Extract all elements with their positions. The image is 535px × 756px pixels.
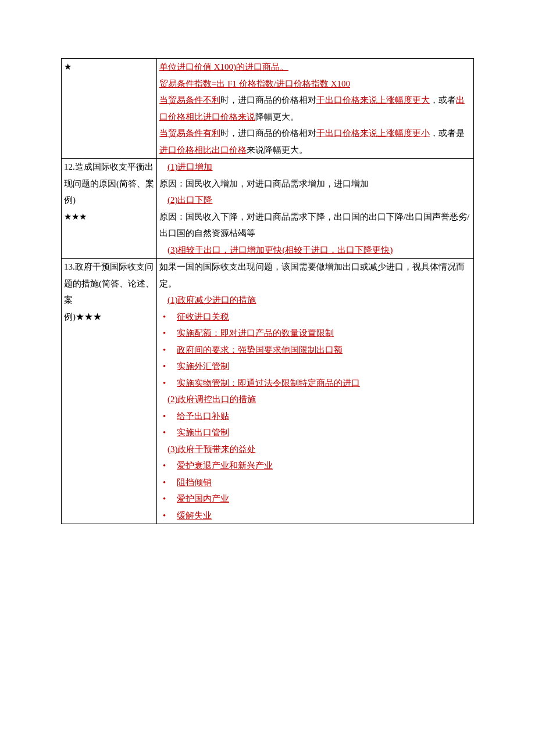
text-line: 当贸易条件有利时，进口商品的价格相对于出口价格来说上涨幅度更小，或者是进口价格相… <box>159 125 471 158</box>
bullet-list: 给予出口补贴 实施出口管制 <box>159 408 471 441</box>
star-rating: ★★★ <box>64 212 87 221</box>
section-heading: (2)政府调控出口的措施 <box>159 391 471 408</box>
list-item: 实施配额：即对进口产品的数量设置限制 <box>159 325 471 342</box>
text-line: 贸易条件指数=出 F1 价格指数/进口价格指数 X100 <box>159 76 471 92</box>
star-rating: ★★★ <box>76 312 102 321</box>
list-item: 给予出口补贴 <box>159 408 471 425</box>
section-heading: (3)相较于出口，进口增加更快(相较于进口，出口下降更快) <box>159 242 471 259</box>
study-notes-table: ★ 单位进口价值 X100)的进口商品。 贸易条件指数=出 F1 价格指数/进口… <box>61 58 474 524</box>
bullet-list: 爱护衰退产业和新兴产业 阻挡倾销 爱护国内产业 缓解失业 <box>159 457 471 524</box>
list-item: 爱护衰退产业和新兴产业 <box>159 457 471 474</box>
row-content-cell: 单位进口价值 X100)的进口商品。 贸易条件指数=出 F1 价格指数/进口价格… <box>157 59 474 159</box>
table-row: ★ 单位进口价值 X100)的进口商品。 贸易条件指数=出 F1 价格指数/进口… <box>62 59 474 159</box>
star-rating: ★ <box>64 62 72 71</box>
text-line: 原因：国民收入增加，对进口商品需求增加，进口增加 <box>159 175 471 192</box>
topic-title-cont: 例) <box>64 312 76 321</box>
section-heading: (2)出口下降 <box>159 192 471 209</box>
text-line: 当贸易条件不利时，进口商品的价格相对于出口价格来说上涨幅度更大，或者出口价格相比… <box>159 92 471 125</box>
row-content-cell: (1)进口增加 原因：国民收入增加，对进口商品需求增加，进口增加 (2)出口下降… <box>157 159 474 259</box>
section-heading: (1)政府减少进口的措施 <box>159 292 471 309</box>
intro-text: 如果一国的国际收支出现问题，该国需要做增加出口或减少进口，视具体情况而定。 <box>159 259 471 292</box>
section-heading: (3)政府干预带来的益处 <box>159 441 471 458</box>
table-row: 12.造成国际收支平衡出现问题的原因(简答、案例) ★★★ (1)进口增加 原因… <box>62 159 474 259</box>
row-topic-cell: 13.政府干预国际收支问题的措施(简答、论述、案 例)★★★ <box>62 259 157 524</box>
section-heading: (1)进口增加 <box>159 159 471 175</box>
table-row: 13.政府干预国际收支问题的措施(简答、论述、案 例)★★★ 如果一国的国际收支… <box>62 259 474 524</box>
list-item: 爱护国内产业 <box>159 490 471 507</box>
list-item: 实施出口管制 <box>159 424 471 441</box>
bullet-list: 征收进口关税 实施配额：即对进口产品的数量设置限制 政府间的要求：强势国要求他国… <box>159 309 471 392</box>
list-item: 政府间的要求：强势国要求他国限制出口额 <box>159 342 471 359</box>
list-item: 阻挡倾销 <box>159 474 471 491</box>
text-line: 单位进口价值 X100)的进口商品。 <box>159 59 471 76</box>
text-line: 原因：国民收入下降，对进口商品需求下降，出口国的出口下降/出口国声誉恶劣/出口国… <box>159 209 471 242</box>
row-topic-cell: ★ <box>62 59 157 159</box>
row-content-cell: 如果一国的国际收支出现问题，该国需要做增加出口或减少进口，视具体情况而定。 (1… <box>157 259 474 524</box>
topic-title: 13.政府干预国际收支问题的措施(简答、论述、案 <box>64 262 154 304</box>
row-topic-cell: 12.造成国际收支平衡出现问题的原因(简答、案例) ★★★ <box>62 159 157 259</box>
topic-title: 12.造成国际收支平衡出现问题的原因(简答、案例) <box>64 162 154 205</box>
list-item: 缓解失业 <box>159 507 471 524</box>
list-item: 实施实物管制：即通过法令限制特定商品的进口 <box>159 375 471 392</box>
list-item: 实施外汇管制 <box>159 358 471 375</box>
list-item: 征收进口关税 <box>159 309 471 325</box>
